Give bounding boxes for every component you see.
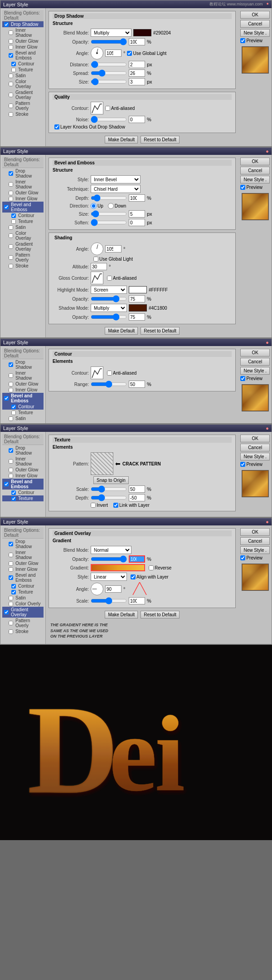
cb-stroke-2[interactable] <box>9 264 13 268</box>
sidebar-item-pattern-overlay-1[interactable]: Pattern Overly <box>2 100 44 111</box>
input-scale-4[interactable] <box>129 485 145 493</box>
slider-noise-1[interactable] <box>91 117 127 122</box>
select-style-5[interactable]: Linear <box>91 573 127 581</box>
sidebar-item-gradient-overlay-5[interactable]: Gradient Overlay <box>2 607 44 618</box>
input-shadow-opacity-2[interactable] <box>129 313 145 321</box>
input-soften-2[interactable] <box>129 219 145 226</box>
sidebar-item-inner-shadow-3[interactable]: Inner Shadow <box>2 370 44 381</box>
slider-size-1[interactable] <box>91 79 127 84</box>
cb-color-overlay-2[interactable] <box>9 233 13 238</box>
cb-texture-3[interactable] <box>11 411 16 415</box>
cb-texture-5[interactable] <box>11 590 16 594</box>
cb-global-light-2[interactable] <box>93 257 98 262</box>
sidebar-item-stroke-5[interactable]: Stroke <box>2 629 44 634</box>
cb-bevel-emboss-2[interactable] <box>4 205 9 209</box>
btn-ok-4[interactable]: OK <box>240 435 270 442</box>
cb-align-with-layer-5[interactable] <box>131 574 136 579</box>
cb-anti-aliased-1[interactable] <box>105 106 110 111</box>
sidebar-item-bevel-emboss-4[interactable]: Bevel and Emboss <box>2 479 44 490</box>
sidebar-item-gradient-overlay-2[interactable]: Gradient Overlay <box>2 241 44 252</box>
cb-pattern-overlay-1[interactable] <box>9 104 13 108</box>
cb-global-light-1[interactable] <box>127 51 132 56</box>
color-swatch-shadow-2[interactable] <box>129 304 147 312</box>
input-altitude-2[interactable] <box>91 263 107 270</box>
btn-ok-1[interactable]: OK <box>240 11 270 19</box>
cb-drop-shadow-2[interactable] <box>9 171 13 176</box>
sidebar-item-drop-shadow-3[interactable]: Drop Shadow <box>2 359 44 370</box>
btn-ok-2[interactable]: OK <box>240 158 270 165</box>
sidebar-item-inner-shadow-5[interactable]: Inner Shadow <box>2 549 44 560</box>
cb-satin-1[interactable] <box>9 74 13 78</box>
cb-inner-shadow-4[interactable] <box>9 459 13 464</box>
gradient-bar-5[interactable] <box>91 564 145 571</box>
sidebar-item-pattern-overlay-5[interactable]: Pattern Overly <box>2 618 44 629</box>
input-range-3[interactable] <box>129 381 145 388</box>
sidebar-item-inner-glow-5[interactable]: Inner Glow <box>2 566 44 572</box>
sidebar-blending-5[interactable]: Blending Options: Default <box>2 527 44 539</box>
btn-new-style-4[interactable]: New Style . <box>240 453 270 460</box>
sidebar-item-inner-shadow-4[interactable]: Inner Shadow <box>2 456 44 467</box>
sidebar-item-drop-shadow-5[interactable]: Drop Shadow <box>2 539 44 549</box>
btn-new-style-5[interactable]: New Style . <box>240 546 270 554</box>
cb-drop-shadow-4[interactable] <box>9 448 13 453</box>
cb-drop-shadow-3[interactable] <box>9 362 13 367</box>
sidebar-item-contour-3[interactable]: Contour <box>2 404 44 410</box>
slider-soften-2[interactable] <box>91 220 127 225</box>
sidebar-item-color-overlay-5[interactable]: Color Overly <box>2 601 44 607</box>
cb-outer-glow-1[interactable] <box>9 39 13 44</box>
btn-make-default-2[interactable]: Make Default <box>105 327 138 335</box>
cb-satin-2[interactable] <box>9 225 13 230</box>
input-spread-1[interactable] <box>129 69 145 77</box>
select-blend-mode-5[interactable]: Normal <box>91 546 131 554</box>
select-technique-2[interactable]: Chisel Hard <box>91 185 141 193</box>
sidebar-item-inner-glow-3[interactable]: Inner Glow <box>2 387 44 393</box>
input-angle-1[interactable] <box>105 49 121 57</box>
btn-make-default-5[interactable]: Make Default <box>105 611 138 619</box>
slider-depth-4[interactable] <box>91 495 127 500</box>
sidebar-item-stroke-2[interactable]: Stroke <box>2 263 44 269</box>
cb-preview-4[interactable] <box>240 462 245 467</box>
cb-inner-shadow-5[interactable] <box>9 553 13 557</box>
btn-snap-to-origin-4[interactable]: Snap to Origin <box>93 476 129 484</box>
input-opacity-1[interactable] <box>129 38 145 45</box>
btn-cancel-5[interactable]: Cancel <box>240 537 270 545</box>
contour-thumb-1[interactable] <box>91 102 103 114</box>
sidebar-item-inner-glow-2[interactable]: Inner Glow <box>2 196 44 202</box>
select-blend-mode-1[interactable]: Multiply <box>91 29 131 37</box>
select-shadow-mode-2[interactable]: Multiply <box>91 304 127 312</box>
cb-gloss-anti-aliased-2[interactable] <box>107 276 112 281</box>
cb-inner-shadow-2[interactable] <box>9 182 13 187</box>
cb-satin-3[interactable] <box>9 416 13 421</box>
cb-color-overlay-1[interactable] <box>9 82 13 86</box>
cb-preview-2[interactable] <box>240 185 245 190</box>
cb-preview-1[interactable] <box>240 38 245 43</box>
cb-outer-glow-3[interactable] <box>9 382 13 386</box>
close-icon-3[interactable]: ● <box>266 340 269 345</box>
btn-cancel-4[interactable]: Cancel <box>240 444 270 451</box>
sidebar-item-contour-4[interactable]: Contour <box>2 490 44 495</box>
slider-opacity-5[interactable] <box>91 556 127 562</box>
cb-bevel-emboss-3[interactable] <box>4 396 9 401</box>
cb-contour-3[interactable] <box>11 405 16 409</box>
angle-dial-5[interactable] <box>91 583 103 595</box>
cb-outer-glow-2[interactable] <box>9 191 13 195</box>
slider-spread-1[interactable] <box>91 70 127 76</box>
cb-invert-4[interactable] <box>91 503 96 508</box>
sidebar-item-drop-shadow-1[interactable]: Drop Shadow <box>2 21 44 27</box>
sidebar-item-inner-shadow-2[interactable]: Inner Shadow <box>2 179 44 190</box>
sidebar-blending-3[interactable]: Blending Options: Default <box>2 348 44 359</box>
contour-thumb-3[interactable] <box>91 366 103 379</box>
input-depth-2[interactable] <box>129 194 145 202</box>
sidebar-item-satin-3[interactable]: Satin <box>2 416 44 421</box>
cb-color-overlay-5[interactable] <box>9 602 13 606</box>
cb-drop-shadow-1[interactable] <box>4 22 9 27</box>
cb-drop-shadow-5[interactable] <box>9 542 13 546</box>
cb-contour-5[interactable] <box>11 584 16 589</box>
sidebar-item-outer-glow-1[interactable]: Outer Glow <box>2 38 44 44</box>
cb-preview-3[interactable] <box>240 376 245 381</box>
btn-reset-default-2[interactable]: Reset to Default <box>141 327 180 335</box>
cb-texture-1[interactable] <box>11 68 16 72</box>
btn-reset-default-1[interactable]: Reset to Default <box>141 136 180 144</box>
cb-inner-glow-3[interactable] <box>9 388 13 392</box>
select-style-2[interactable]: Inner Bevel <box>91 175 141 183</box>
